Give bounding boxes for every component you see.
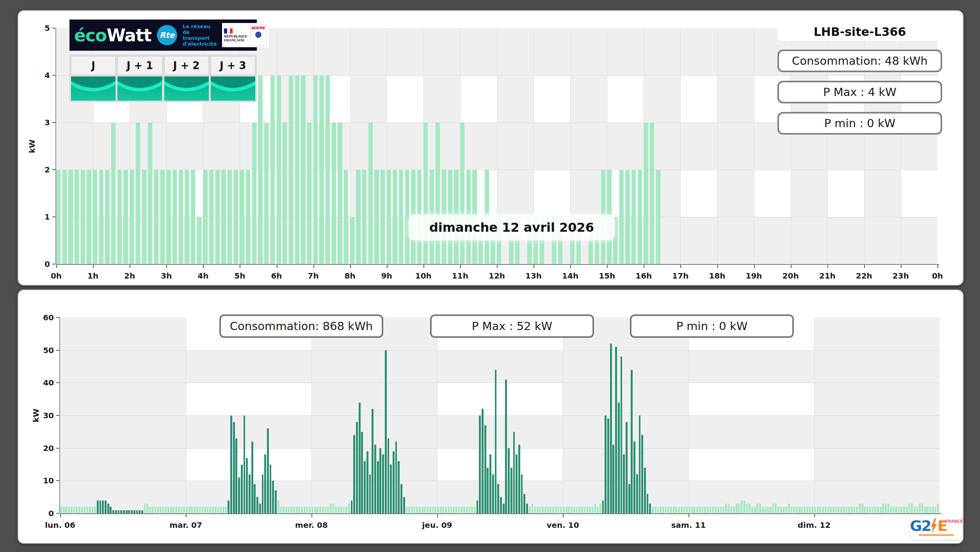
bar [111, 122, 116, 264]
bar [309, 507, 311, 513]
bar [838, 507, 839, 513]
bar [139, 510, 141, 513]
gauge-j3-icon[interactable] [211, 76, 255, 101]
bar [770, 507, 772, 513]
bar [160, 170, 165, 264]
bar [411, 507, 413, 513]
day-button-j2[interactable]: J + 2 [164, 56, 209, 75]
x-tick-label: 18h [709, 271, 725, 280]
bar [675, 507, 677, 513]
gauge-j2-icon[interactable] [164, 76, 209, 101]
h-gridline [60, 448, 940, 449]
x-tick [313, 265, 314, 268]
bar [730, 507, 732, 513]
gauge-j1-icon[interactable] [117, 76, 162, 101]
x-tick-label: 5h [234, 271, 245, 280]
bar [56, 170, 60, 264]
bar [283, 507, 285, 513]
rte-tagline-line2: de transport [183, 29, 217, 41]
x-tick-label: jeu. 09 [422, 520, 452, 530]
g2e-logo-row: G2 E FRANCE [910, 518, 962, 533]
bar [597, 507, 599, 513]
gauge-j-icon[interactable] [71, 76, 116, 101]
x-tick [277, 265, 277, 268]
v-gridline [186, 318, 186, 513]
y-tick-label: 10 [43, 476, 54, 485]
bar [851, 507, 853, 513]
bar [296, 507, 298, 513]
stat-text: P Max : 4 kW [823, 85, 896, 99]
bar [702, 507, 704, 513]
bar [607, 419, 609, 513]
weekly-pmax-stat: P Max : 52 kW [430, 314, 594, 338]
bar [173, 170, 177, 264]
v-gridline [814, 318, 815, 513]
bar [722, 507, 724, 513]
bar [555, 507, 557, 513]
daily-pmin-stat: P min : 0 kW [777, 112, 942, 135]
ademe-label: ADEME [251, 26, 265, 30]
bar [332, 122, 336, 264]
y-tick-label: 1 [44, 212, 50, 222]
bar [148, 122, 152, 264]
x-tick-label: mer. 08 [295, 520, 328, 530]
bar [393, 451, 395, 513]
bar [688, 507, 690, 513]
bar [571, 507, 573, 513]
bar [560, 507, 562, 513]
weekly-chart-plot [60, 318, 940, 513]
bar [304, 507, 306, 513]
y-tick [56, 448, 59, 449]
bar [118, 510, 120, 513]
day-button-j[interactable]: J [71, 56, 116, 75]
ademe-globe-icon [255, 32, 261, 38]
bar [767, 507, 769, 513]
bar [395, 442, 397, 513]
bar [432, 507, 434, 513]
x-tick [166, 265, 167, 268]
bar [484, 425, 486, 513]
day-button-j1[interactable]: J + 1 [117, 56, 162, 75]
bar [165, 507, 167, 513]
bar [652, 507, 654, 513]
bar [289, 75, 293, 264]
v-gridline [563, 318, 563, 513]
bar [919, 504, 921, 513]
bar [799, 507, 800, 513]
bar [100, 501, 101, 513]
bar [141, 510, 143, 513]
bar [785, 507, 787, 513]
bar [338, 122, 342, 264]
bar [741, 501, 743, 513]
v-gridline [688, 318, 689, 513]
y-tick [52, 169, 55, 170]
rte-tagline-line3: d'électricité [183, 41, 217, 47]
daily-stats: LHB-site-L366 Consommation: 48 kWh P Max… [777, 21, 942, 135]
g2e-logo-france: FRANCE [945, 520, 963, 524]
bar [144, 504, 146, 513]
bar [691, 507, 693, 513]
h-gridline [60, 415, 940, 416]
bar [550, 507, 551, 513]
y-tick-label: 5 [44, 23, 50, 33]
bar [581, 507, 583, 513]
bar [929, 507, 931, 513]
bar [715, 507, 717, 513]
bar [854, 507, 855, 513]
bar [230, 415, 232, 513]
bar [186, 507, 188, 513]
republique-line2: FRANÇAISE [224, 38, 247, 42]
bar [489, 454, 491, 513]
bar [864, 507, 866, 513]
bar [340, 507, 342, 513]
bar [592, 507, 594, 513]
bar [733, 507, 735, 513]
day-button-j3[interactable]: J + 3 [211, 56, 255, 75]
bar [285, 507, 287, 513]
bar [290, 507, 292, 513]
bar [149, 507, 151, 513]
background-cell [688, 383, 814, 415]
bar [228, 501, 229, 513]
bar [743, 501, 745, 513]
daily-consumption-stat: Consommation: 48 kWh [777, 50, 942, 72]
